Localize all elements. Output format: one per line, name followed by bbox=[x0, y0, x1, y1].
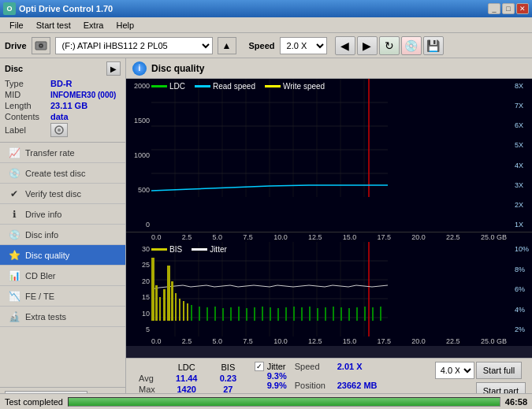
menu-help[interactable]: Help bbox=[110, 19, 140, 32]
nav-verify-test-disc[interactable]: ✔ Verify test disc bbox=[0, 184, 125, 204]
nav-disc-info-label: Disc info bbox=[25, 230, 58, 240]
svg-point-2 bbox=[40, 45, 42, 46]
transfer-rate-icon: 📈 bbox=[8, 147, 20, 159]
avg-speed-value: 2.01 X bbox=[337, 362, 363, 371]
forward-button[interactable]: ▶ bbox=[357, 36, 378, 55]
nav-drive-info-label: Drive info bbox=[25, 210, 61, 219]
ldc-color bbox=[151, 85, 167, 87]
legend-jitter-label: Jitter bbox=[210, 245, 227, 254]
contents-label: Contents bbox=[5, 112, 50, 121]
svg-rect-96 bbox=[222, 308, 224, 321]
legend-read-speed: Read speed bbox=[195, 82, 255, 91]
nav-cd-bler[interactable]: 📊 CD Bler bbox=[0, 266, 125, 286]
type-label: Type bbox=[5, 79, 50, 88]
bottom-time: 46:58 bbox=[505, 397, 527, 407]
svg-rect-100 bbox=[254, 307, 255, 321]
drive-label: Drive bbox=[5, 41, 27, 50]
max-jitter: 9.9% bbox=[267, 381, 287, 390]
avg-label: Avg bbox=[132, 373, 163, 384]
svg-rect-102 bbox=[270, 307, 271, 321]
disc-quality-icon-badge: i bbox=[132, 61, 147, 76]
start-full-row: 4.0 X Start full bbox=[435, 362, 526, 379]
chart-top-y-right: 8X 7X 6X 5X 4X 3X 2X 1X bbox=[513, 79, 532, 232]
type-value: BD-R bbox=[50, 79, 73, 88]
start-speed-select[interactable]: 4.0 X bbox=[435, 362, 474, 379]
svg-rect-82 bbox=[151, 258, 154, 321]
disc-label-label: Label bbox=[5, 125, 50, 135]
nav-items: 📈 Transfer rate 💿 Create test disc ✔ Ver… bbox=[0, 143, 125, 387]
drive-select[interactable]: (F:) ATAPI iHBS112 2 PL05 bbox=[55, 37, 213, 54]
svg-rect-91 bbox=[187, 303, 188, 321]
position-value: 23662 MB bbox=[337, 381, 378, 390]
save-button[interactable]: 💾 bbox=[423, 36, 444, 55]
svg-rect-85 bbox=[163, 289, 166, 321]
legend-jitter: Jitter bbox=[192, 245, 227, 254]
svg-rect-89 bbox=[179, 299, 180, 321]
app-title: Opti Drive Control 1.70 bbox=[19, 4, 488, 13]
disc-button[interactable]: 💿 bbox=[401, 36, 422, 55]
bis-color bbox=[151, 248, 167, 251]
svg-point-4 bbox=[58, 128, 61, 132]
chart-bis: BIS Jitter 30 25 20 15 10 5 bbox=[126, 242, 532, 336]
bottom-progress-fill bbox=[69, 398, 500, 406]
cd-bler-icon: 📊 bbox=[8, 270, 20, 282]
nav-fe-te[interactable]: 📉 FE / TE bbox=[0, 286, 125, 307]
svg-rect-86 bbox=[167, 266, 170, 321]
content-area: i Disc quality LDC Read speed bbox=[126, 58, 532, 409]
menu-file[interactable]: File bbox=[3, 19, 30, 32]
mid-value: INFOMER30 (000) bbox=[50, 91, 116, 99]
svg-rect-88 bbox=[175, 293, 177, 321]
close-button[interactable]: ✕ bbox=[516, 3, 529, 14]
minimize-button[interactable]: _ bbox=[488, 3, 500, 14]
svg-rect-108 bbox=[317, 308, 318, 321]
svg-rect-99 bbox=[246, 308, 247, 321]
avg-ldc: 11.44 bbox=[163, 373, 210, 384]
legend-write-speed: Write speed bbox=[265, 82, 325, 91]
create-test-disc-icon: 💿 bbox=[8, 167, 20, 180]
read-speed-color bbox=[195, 85, 210, 87]
bottom-status-bar: Test completed 46:58 bbox=[0, 393, 532, 409]
speed-select[interactable]: 2.0 X bbox=[280, 37, 327, 54]
disc-quality-header: i Disc quality bbox=[126, 58, 532, 79]
menu-bar: File Start test Extra Help bbox=[0, 17, 532, 33]
svg-rect-97 bbox=[230, 307, 232, 321]
svg-rect-113 bbox=[356, 307, 358, 321]
svg-rect-95 bbox=[214, 307, 216, 321]
drive-bar: Drive (F:) ATAPI iHBS112 2 PL05 ▲ Speed … bbox=[0, 33, 532, 58]
nav-transfer-rate[interactable]: 📈 Transfer rate bbox=[0, 143, 125, 163]
nav-disc-info[interactable]: 💿 Disc info bbox=[0, 225, 125, 245]
chart-bottom-y-left: 30 25 20 15 10 5 bbox=[126, 242, 151, 336]
nav-disc-quality-label: Disc quality bbox=[25, 251, 69, 260]
eject-button[interactable]: ▲ bbox=[218, 37, 236, 54]
col-ldc-header: LDC bbox=[163, 362, 210, 373]
nav-drive-info[interactable]: ℹ Drive info bbox=[0, 204, 125, 225]
avg-jitter: 9.3% bbox=[267, 371, 287, 381]
disc-info-icon: 💿 bbox=[8, 229, 20, 241]
jitter-header-row: ✓ Jitter bbox=[255, 362, 286, 371]
menu-start-test[interactable]: Start test bbox=[30, 19, 77, 32]
drive-icon bbox=[32, 37, 50, 54]
sidebar: Disc ▶ Type BD-R MID INFOMER30 (000) Len… bbox=[0, 58, 126, 409]
jitter-checkbox[interactable]: ✓ bbox=[255, 362, 264, 371]
write-speed-color bbox=[265, 85, 281, 87]
nav-create-test-disc[interactable]: 💿 Create test disc bbox=[0, 163, 125, 184]
svg-rect-84 bbox=[159, 297, 161, 321]
chart-bottom-x-axis: 0.0 2.5 5.0 7.5 10.0 12.5 15.0 17.5 20.0… bbox=[126, 336, 532, 346]
nav-extra-tests[interactable]: 🔬 Extra tests bbox=[0, 307, 125, 327]
legend-bis: BIS bbox=[151, 245, 182, 254]
disc-arrow-button[interactable]: ▶ bbox=[106, 61, 121, 76]
fe-te-icon: 📉 bbox=[8, 290, 20, 303]
label-icon-button[interactable] bbox=[50, 123, 68, 137]
svg-rect-83 bbox=[155, 285, 158, 321]
contents-value: data bbox=[50, 112, 69, 121]
disc-quality-icon: ⭐ bbox=[8, 249, 20, 262]
maximize-button[interactable]: □ bbox=[502, 3, 515, 14]
menu-extra[interactable]: Extra bbox=[77, 19, 110, 32]
nav-disc-quality[interactable]: ⭐ Disc quality bbox=[0, 245, 125, 266]
chart-bottom-y-right: 10% 8% 6% 4% 2% bbox=[513, 242, 532, 336]
start-full-button[interactable]: Start full bbox=[476, 362, 522, 379]
refresh-button[interactable]: ↻ bbox=[379, 36, 400, 55]
col-bis-header: BIS bbox=[210, 362, 247, 373]
svg-rect-92 bbox=[191, 305, 192, 321]
back-button[interactable]: ◀ bbox=[335, 36, 355, 55]
